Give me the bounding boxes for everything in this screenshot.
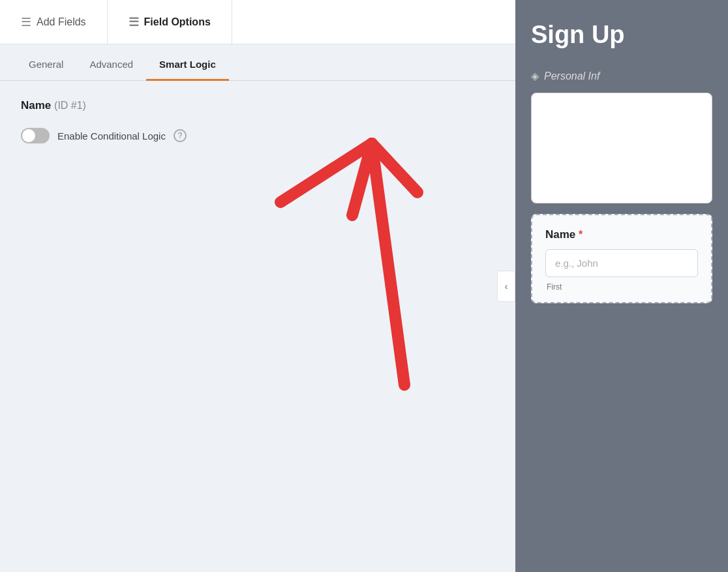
advanced-tab[interactable]: Advanced: [76, 59, 146, 81]
add-fields-icon: ☰: [21, 15, 31, 29]
general-tab[interactable]: General: [16, 59, 76, 81]
collapse-icon: ‹: [505, 281, 508, 292]
field-title: Name (ID #1): [21, 99, 494, 112]
name-field-label: Name *: [545, 228, 698, 241]
textarea-preview: [531, 93, 712, 203]
add-fields-tab[interactable]: ☰ Add Fields: [0, 0, 108, 44]
conditional-logic-toggle[interactable]: [21, 128, 50, 143]
collapse-button[interactable]: ‹: [497, 271, 515, 302]
right-panel: Sign Up ◈ Personal Inf Name * e.g., John…: [515, 0, 728, 572]
help-icon[interactable]: ?: [174, 129, 187, 142]
field-options-label: Field Options: [144, 16, 211, 28]
section-icon: ◈: [531, 70, 539, 82]
field-id: (ID #1): [54, 100, 86, 111]
name-input-preview: e.g., John: [545, 249, 698, 277]
form-preview: Sign Up ◈ Personal Inf Name * e.g., John…: [515, 0, 728, 572]
required-marker: *: [579, 229, 583, 240]
toggle-label: Enable Conditional Logic: [57, 130, 166, 142]
field-options-tab[interactable]: ☰ Field Options: [108, 0, 232, 44]
content-area: Name (ID #1) Enable Conditional Logic ?: [0, 81, 515, 572]
form-title: Sign Up: [531, 21, 712, 49]
name-card: Name * e.g., John First: [531, 214, 712, 303]
header-tabs: ☰ Add Fields ☰ Field Options: [0, 0, 515, 44]
section-label: Personal Inf: [544, 70, 599, 82]
field-options-icon: ☰: [129, 15, 139, 29]
conditional-logic-row: Enable Conditional Logic ?: [21, 128, 494, 143]
sub-tabs: General Advanced Smart Logic: [0, 44, 515, 81]
section-header: ◈ Personal Inf: [531, 70, 712, 82]
smart-logic-tab[interactable]: Smart Logic: [146, 59, 229, 81]
add-fields-label: Add Fields: [37, 16, 86, 28]
name-sublabel: First: [545, 282, 698, 292]
